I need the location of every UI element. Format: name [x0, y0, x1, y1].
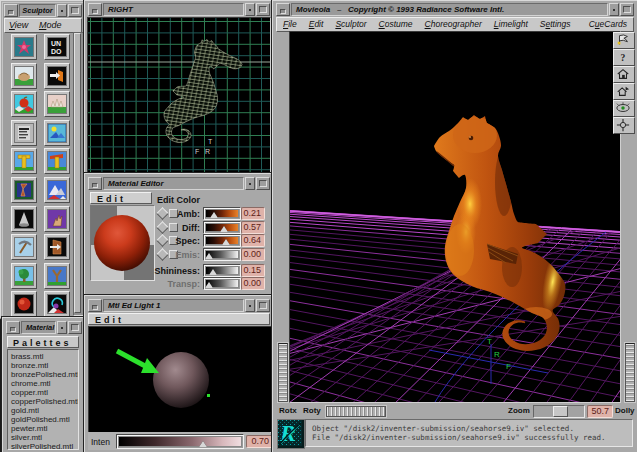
- rotx-thumbwheel[interactable]: [278, 343, 288, 402]
- landscape-tool-button[interactable]: [44, 120, 70, 146]
- eye-button[interactable]: [613, 100, 635, 117]
- menu-view[interactable]: View: [5, 19, 32, 32]
- amb-slider[interactable]: [203, 207, 241, 220]
- transp-value[interactable]: 0.00: [241, 277, 265, 290]
- zoom-slider-thumb[interactable]: [553, 406, 568, 417]
- emis-value[interactable]: 0.00: [241, 248, 265, 261]
- emis-slider[interactable]: [203, 248, 241, 261]
- shininess-slider[interactable]: [203, 264, 241, 277]
- star-splat-tool-button[interactable]: [11, 34, 37, 60]
- sculptor-scrollbar[interactable]: [73, 32, 84, 316]
- cone-tool-button[interactable]: [11, 206, 37, 232]
- light-handle-dot[interactable]: [207, 394, 210, 397]
- right-viewport[interactable]: T F R: [87, 17, 271, 173]
- text-list-tool-button[interactable]: [11, 120, 37, 146]
- material-list-item[interactable]: chrome.mtl: [8, 379, 78, 388]
- menu-cuecards[interactable]: CueCards: [583, 18, 633, 31]
- clay-lump-tool-button[interactable]: [11, 63, 37, 89]
- tree-tool-button[interactable]: [11, 263, 37, 289]
- slingshot-tool-button[interactable]: [44, 263, 70, 289]
- material-editor-edit-menu[interactable]: Edit: [90, 192, 152, 204]
- window-menu-icon[interactable]: [276, 3, 290, 16]
- main-viewport[interactable]: T R F: [289, 31, 621, 403]
- basket-swirl-tool-button[interactable]: [44, 291, 70, 317]
- menu-edit[interactable]: Edit: [303, 18, 330, 31]
- menu-limelight[interactable]: Limelight: [488, 18, 534, 31]
- slider-thumb-icon[interactable]: [205, 282, 213, 288]
- window-menu-icon[interactable]: [4, 4, 18, 17]
- light-editor-edit-menu[interactable]: Edit: [88, 313, 270, 325]
- material-list-item[interactable]: bronze.mtl: [8, 361, 78, 370]
- wireframe-seahorse[interactable]: T F R: [88, 18, 270, 172]
- material-list[interactable]: brass.mtlbronze.mtlbronzePolished.mtlchr…: [7, 349, 79, 450]
- flag-button[interactable]: [613, 32, 635, 49]
- roty-thumbwheel[interactable]: [326, 406, 386, 417]
- maximize-icon[interactable]: [68, 4, 82, 17]
- maximize-icon[interactable]: [256, 3, 270, 16]
- spec-value[interactable]: 0.64: [241, 234, 265, 247]
- maximize-icon[interactable]: [620, 3, 634, 16]
- light-editor-canvas[interactable]: [88, 326, 272, 433]
- movieola-titlebar[interactable]: Movieola – Copyright © 1993 Radiance Sof…: [276, 3, 634, 16]
- menu-settings[interactable]: Settings: [534, 18, 577, 31]
- diff-slider[interactable]: [203, 221, 241, 234]
- orange-seahorse[interactable]: [290, 32, 620, 402]
- minimize-icon[interactable]: [609, 3, 619, 16]
- mountain-scene-tool-button[interactable]: [44, 177, 70, 203]
- minimize-icon[interactable]: [57, 321, 67, 334]
- menu-file[interactable]: File: [277, 18, 303, 31]
- material-list-item[interactable]: silverPolished.mtl: [8, 442, 78, 450]
- slider-thumb-icon[interactable]: [210, 212, 218, 218]
- pick-tool-button[interactable]: [11, 234, 37, 260]
- dolly-thumbwheel[interactable]: [625, 343, 635, 402]
- menu-sculptor[interactable]: Sculptor: [329, 18, 372, 31]
- window-menu-icon[interactable]: [88, 299, 102, 312]
- letter-t-tool-button[interactable]: [11, 148, 37, 174]
- material-list-item[interactable]: goldPolished.mtl: [8, 415, 78, 424]
- maximize-icon[interactable]: [256, 299, 270, 312]
- sculptor-scrollbar-thumb[interactable]: [74, 33, 81, 313]
- zoom-slider[interactable]: [533, 405, 585, 418]
- material-list-item[interactable]: copper.mtl: [8, 388, 78, 397]
- slider-thumb-icon[interactable]: [209, 269, 217, 275]
- intensity-slider[interactable]: [116, 434, 244, 449]
- slider-thumb-icon[interactable]: [220, 226, 228, 232]
- zoom-value[interactable]: 50.7: [587, 405, 613, 418]
- undo-button[interactable]: UNDO: [44, 34, 70, 60]
- creature-tool-button[interactable]: [44, 91, 70, 117]
- window-menu-icon[interactable]: [88, 3, 102, 16]
- intensity-value[interactable]: 0.70: [246, 435, 273, 448]
- menu-choreographer[interactable]: Choreographer: [419, 18, 488, 31]
- window-menu-icon[interactable]: [6, 321, 20, 334]
- material-list-item[interactable]: silver.mtl: [8, 433, 78, 442]
- hand-tool-button[interactable]: [44, 206, 70, 232]
- material-list-item[interactable]: pewter.mtl: [8, 424, 78, 433]
- window-menu-icon[interactable]: [88, 177, 102, 190]
- transp-slider[interactable]: [203, 277, 241, 290]
- slider-thumb-icon[interactable]: [199, 441, 207, 447]
- material-editor-titlebar[interactable]: Material Editor: [88, 177, 270, 190]
- extrude-arrow-tool-button[interactable]: [44, 63, 70, 89]
- amb-value[interactable]: 0.21: [241, 207, 265, 220]
- hammer-t-tool-button[interactable]: [44, 148, 70, 174]
- sphere-tool-button[interactable]: [11, 291, 37, 317]
- minimize-icon[interactable]: [245, 177, 255, 190]
- right-view-titlebar[interactable]: RIGHT: [88, 3, 270, 16]
- menu-costume[interactable]: Costume: [373, 18, 419, 31]
- slider-thumb-icon[interactable]: [205, 253, 213, 259]
- material-list-item[interactable]: copperPolished.mtl: [8, 397, 78, 406]
- help-button[interactable]: ?: [613, 49, 635, 66]
- slider-thumb-icon[interactable]: [222, 239, 230, 245]
- material-titlebar[interactable]: Material: [6, 321, 82, 334]
- home-button[interactable]: [613, 66, 635, 83]
- minimize-icon[interactable]: [57, 4, 67, 17]
- minimize-icon[interactable]: [245, 299, 255, 312]
- sculptor-titlebar[interactable]: Sculptor: [4, 4, 82, 17]
- seek-crosshair-button[interactable]: [613, 117, 635, 134]
- shininess-value[interactable]: 0.15: [241, 264, 265, 277]
- door-mirror-tool-button[interactable]: [44, 234, 70, 260]
- minimize-icon[interactable]: [245, 3, 255, 16]
- spec-slider[interactable]: [203, 234, 241, 247]
- lathe-vase-tool-button[interactable]: [11, 177, 37, 203]
- maximize-icon[interactable]: [68, 321, 82, 334]
